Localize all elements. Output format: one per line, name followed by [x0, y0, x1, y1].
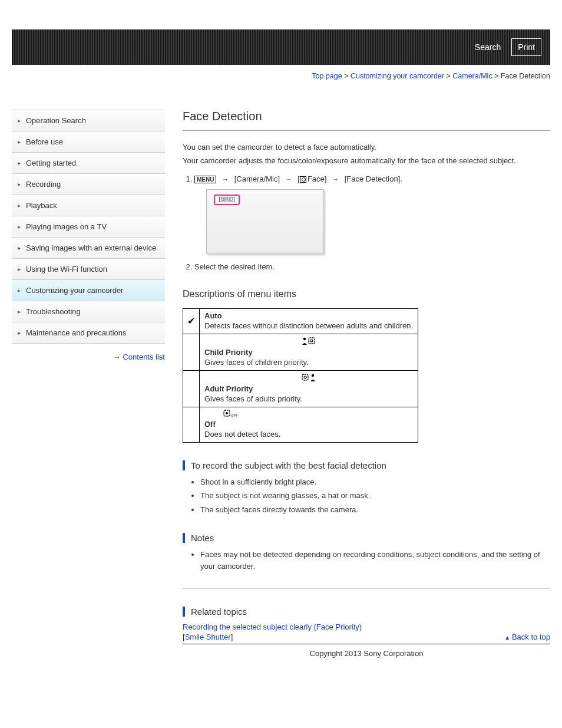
svg-point-0: [303, 337, 306, 340]
table-row: OFF Off Does not detect faces.: [183, 407, 418, 442]
related-link-smile-shutter[interactable]: Smile Shutter: [185, 633, 231, 641]
option-adult-label: Adult Priority: [204, 384, 413, 394]
table-row: Child Priority Gives faces of children p…: [183, 334, 418, 370]
tip-item: The subject is not wearing glasses, a ha…: [200, 490, 550, 502]
sidebar-item-before-use[interactable]: Before use: [12, 131, 165, 153]
tip-item: The subject faces directly towards the c…: [200, 504, 550, 516]
sidebar-item-playback[interactable]: Playback: [12, 195, 165, 216]
header-bar: Search Print: [12, 29, 550, 65]
option-child-cell: Child Priority Gives faces of children p…: [200, 334, 418, 370]
arrow-icon: →: [222, 176, 229, 183]
related-link-face-priority[interactable]: Recording the selected subject clearly (…: [183, 622, 550, 631]
breadcrumb-camera-mic[interactable]: Camera/Mic: [452, 72, 492, 80]
related-heading: Related topics: [183, 607, 550, 617]
notes-list: Faces may not be detected depending on r…: [183, 549, 550, 572]
sidebar-item-wifi[interactable]: Using the Wi-Fi function: [12, 259, 165, 280]
tips-list: Shoot in a sufficiently bright place. Th…: [183, 476, 550, 516]
option-auto-label: Auto: [204, 311, 413, 321]
notes-heading: Notes: [183, 533, 550, 543]
table-row: Adult Priority Gives faces of adults pri…: [183, 370, 418, 407]
option-adult-desc: Gives faces of adults priority.: [204, 394, 302, 403]
option-off-label: Off: [204, 420, 413, 430]
print-button[interactable]: Print: [511, 38, 541, 56]
breadcrumb: Top page > Customizing your camcorder > …: [12, 72, 550, 80]
sidebar-nav: Operation Search Before use Getting star…: [12, 110, 165, 344]
checkmark-icon: ✔: [187, 316, 195, 326]
breadcrumb-top[interactable]: Top page: [312, 72, 342, 80]
svg-rect-1: [309, 338, 315, 344]
tips-heading: To record the subject with the best faci…: [183, 460, 550, 470]
step-1: MENU → [Camera/Mic] → [Face] → [Face Det…: [194, 174, 550, 254]
contents-list-link[interactable]: Contents list: [12, 353, 165, 361]
search-button[interactable]: Search: [469, 39, 507, 55]
related-bracket: ]: [231, 633, 233, 641]
option-adult-cell: Adult Priority Gives faces of adults pri…: [200, 370, 418, 407]
options-table: ✔ Auto Detects faces without distinction…: [183, 308, 418, 443]
option-off-desc: Does not detect faces.: [204, 430, 280, 439]
menu-highlight-box: MENU: [214, 195, 240, 205]
svg-point-4: [304, 376, 306, 378]
sidebar-item-playing-tv[interactable]: Playing images on a TV: [12, 216, 165, 238]
option-auto-cell: Auto Detects faces without distinction b…: [200, 308, 418, 334]
svg-point-7: [226, 412, 228, 414]
sidebar-item-recording[interactable]: Recording: [12, 174, 165, 195]
step1-face-label: Face]: [308, 174, 327, 183]
sidebar-item-customizing[interactable]: Customizing your camcorder: [12, 280, 165, 301]
sidebar: Operation Search Before use Getting star…: [12, 98, 165, 728]
check-cell: ✔: [183, 308, 200, 334]
table-row: ✔ Auto Detects faces without distinction…: [183, 308, 418, 334]
svg-point-2: [310, 340, 313, 342]
adult-priority-icon: [301, 373, 316, 381]
face-box-icon: [300, 176, 306, 183]
arrow-icon: →: [286, 176, 292, 183]
main-content: Face Detection You can set the camcorder…: [165, 98, 550, 728]
svg-rect-3: [302, 374, 308, 380]
page-title: Face Detection: [183, 110, 550, 123]
sidebar-item-troubleshooting[interactable]: Troubleshooting: [12, 301, 165, 322]
option-auto-desc: Detects faces without distinction betwee…: [204, 321, 413, 330]
svg-point-5: [312, 374, 314, 376]
breadcrumb-current: Face Detection: [501, 72, 550, 80]
copyright-footer: Copyright 2013 Sony Corporation: [183, 644, 550, 658]
intro-line-2: Your camcorder adjusts the focus/color/e…: [183, 155, 550, 167]
menu-icon: MENU: [194, 176, 216, 183]
sidebar-item-operation-search[interactable]: Operation Search: [12, 110, 165, 131]
sidebar-item-maintenance[interactable]: Maintenance and precautions: [12, 322, 165, 344]
option-off-cell: OFF Off Does not detect faces.: [200, 407, 418, 442]
face-off-icon: OFF: [222, 410, 237, 418]
sidebar-item-getting-started[interactable]: Getting started: [12, 153, 165, 174]
tip-item: Shoot in a sufficiently bright place.: [200, 476, 550, 488]
note-item: Faces may not be detected depending on r…: [200, 549, 550, 572]
options-heading: Descriptions of menu items: [183, 289, 550, 299]
intro-line-1: You can set the camcorder to detect a fa…: [183, 141, 550, 154]
step2-text: Select the desired item.: [194, 262, 275, 271]
step-2: Select the desired item.: [194, 262, 550, 271]
steps-list: MENU → [Camera/Mic] → [Face] → [Face Det…: [183, 174, 550, 271]
child-priority-icon: [301, 337, 316, 345]
svg-text:OFF: OFF: [231, 414, 237, 417]
step1-face-detection: [Face Detection].: [345, 174, 402, 183]
step1-camera-mic: [Camera/Mic]: [234, 174, 280, 183]
sidebar-item-saving-external[interactable]: Saving images with an external device: [12, 238, 165, 259]
breadcrumb-customizing[interactable]: Customizing your camcorder: [351, 72, 444, 80]
back-to-top-link[interactable]: Back to top: [504, 633, 550, 641]
option-child-desc: Gives faces of children priority.: [204, 358, 309, 367]
camera-screen-illustration: MENU: [206, 189, 324, 254]
arrow-icon: →: [332, 176, 339, 183]
option-child-label: Child Priority: [204, 348, 413, 358]
